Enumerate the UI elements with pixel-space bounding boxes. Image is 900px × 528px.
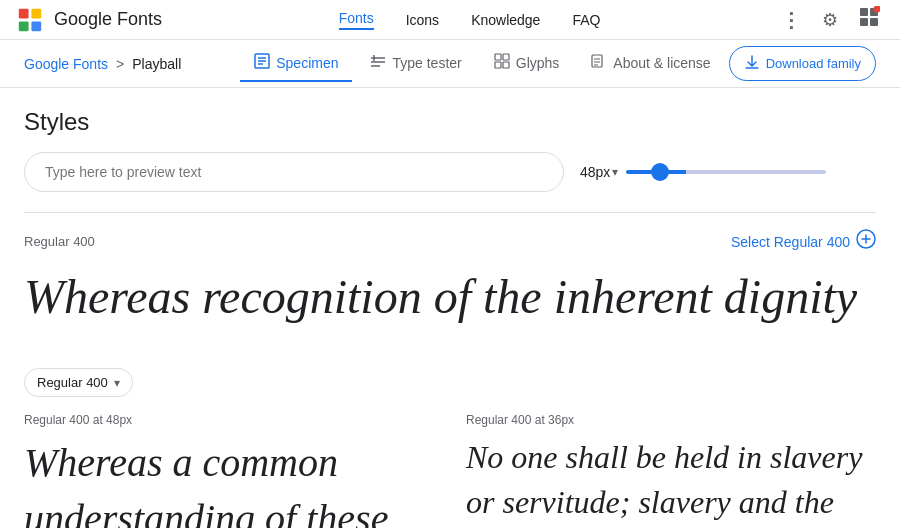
tab-about[interactable]: About & license <box>577 45 724 82</box>
nav-icons[interactable]: Icons <box>406 12 439 28</box>
svg-rect-18 <box>503 54 509 60</box>
svg-rect-6 <box>860 18 868 26</box>
tab-specimen[interactable]: Specimen <box>240 45 352 82</box>
top-right-icons: ⋮ ⚙ <box>777 2 884 37</box>
font-size-slider-container <box>626 170 826 174</box>
top-navigation: Google Fonts Fonts Icons Knowledge FAQ ⋮… <box>0 0 900 40</box>
svg-rect-17 <box>495 54 501 60</box>
grid-icon <box>858 6 880 33</box>
nav-knowledge[interactable]: Knowledge <box>471 12 540 28</box>
style-weight-label: Regular 400 <box>24 234 95 249</box>
style-card-1: Regular 400 at 36px No one shall be held… <box>466 413 876 528</box>
tab-about-label: About & license <box>613 55 710 71</box>
add-circle-icon <box>856 229 876 254</box>
specimen-preview-text: Whereas recognition of the inherent dign… <box>24 266 876 328</box>
svg-rect-7 <box>870 18 878 26</box>
style-cards-row: Regular 400 at 48px Whereas a common und… <box>24 413 876 528</box>
card-preview-text-0: Whereas a common understanding of these … <box>24 435 434 528</box>
site-title: Google Fonts <box>54 9 162 30</box>
style-filter-label: Regular 400 <box>37 375 108 390</box>
style-filter-arrow-icon: ▾ <box>114 376 120 390</box>
tab-specimen-label: Specimen <box>276 55 338 71</box>
type-tester-icon <box>370 53 386 72</box>
svg-rect-3 <box>31 21 41 31</box>
settings-button[interactable]: ⚙ <box>818 5 842 35</box>
font-tabs: Specimen Type tester <box>240 45 876 82</box>
styles-heading: Styles <box>24 88 876 152</box>
about-icon <box>591 53 607 72</box>
preview-controls: 48px ▾ <box>24 152 876 192</box>
breadcrumb: Google Fonts > Playball <box>24 56 181 72</box>
card-preview-text-1: No one shall be held in slavery or servi… <box>466 435 876 528</box>
select-style-label: Select Regular 400 <box>731 234 850 250</box>
grid-view-button[interactable] <box>854 2 884 37</box>
style-card-0: Regular 400 at 48px Whereas a common und… <box>24 413 434 528</box>
svg-rect-2 <box>19 21 29 31</box>
style-cards-section: Regular 400 ▾ Regular 400 at 48px Wherea… <box>24 352 876 528</box>
google-logo-icon <box>16 6 44 34</box>
download-family-button[interactable]: Download family <box>729 46 876 81</box>
size-control: 48px ▾ <box>580 164 826 180</box>
size-dropdown-arrow-icon: ▾ <box>612 165 618 179</box>
main-content: Styles 48px ▾ Regular 400 Select Regular… <box>0 88 900 528</box>
font-size-slider[interactable] <box>626 170 826 174</box>
tab-type-tester-label: Type tester <box>392 55 461 71</box>
tab-glyphs-label: Glyphs <box>516 55 560 71</box>
breadcrumb-current: Playball <box>132 56 181 72</box>
main-navigation: Fonts Icons Knowledge FAQ <box>339 10 601 30</box>
svg-rect-1 <box>31 8 41 18</box>
svg-rect-19 <box>495 62 501 68</box>
logo-area: Google Fonts <box>16 6 162 34</box>
download-family-label: Download family <box>766 56 861 71</box>
svg-rect-0 <box>19 8 29 18</box>
glyphs-icon <box>494 53 510 72</box>
card-meta-0: Regular 400 at 48px <box>24 413 434 427</box>
more-options-button[interactable]: ⋮ <box>777 4 806 36</box>
size-value: 48px <box>580 164 610 180</box>
nav-fonts[interactable]: Fonts <box>339 10 374 30</box>
tab-glyphs[interactable]: Glyphs <box>480 45 574 82</box>
size-dropdown[interactable]: 48px ▾ <box>580 164 618 180</box>
style-filter-row: Regular 400 ▾ <box>24 368 876 397</box>
settings-icon: ⚙ <box>822 9 838 31</box>
svg-rect-20 <box>503 62 509 68</box>
breadcrumb-home[interactable]: Google Fonts <box>24 56 108 72</box>
style-filter-dropdown[interactable]: Regular 400 ▾ <box>24 368 133 397</box>
style-specimen-row: Regular 400 Select Regular 400 Whereas r… <box>24 212 876 352</box>
tab-type-tester[interactable]: Type tester <box>356 45 475 82</box>
select-style-button[interactable]: Select Regular 400 <box>731 229 876 254</box>
breadcrumb-separator: > <box>116 56 124 72</box>
style-label-row: Regular 400 Select Regular 400 <box>24 229 876 254</box>
svg-rect-4 <box>860 8 868 16</box>
nav-faq[interactable]: FAQ <box>572 12 600 28</box>
preview-text-input[interactable] <box>24 152 564 192</box>
card-meta-1: Regular 400 at 36px <box>466 413 876 427</box>
more-dots-icon: ⋮ <box>781 8 802 32</box>
download-icon <box>744 54 760 73</box>
sub-navigation: Google Fonts > Playball Specimen <box>0 40 900 88</box>
specimen-icon <box>254 53 270 72</box>
